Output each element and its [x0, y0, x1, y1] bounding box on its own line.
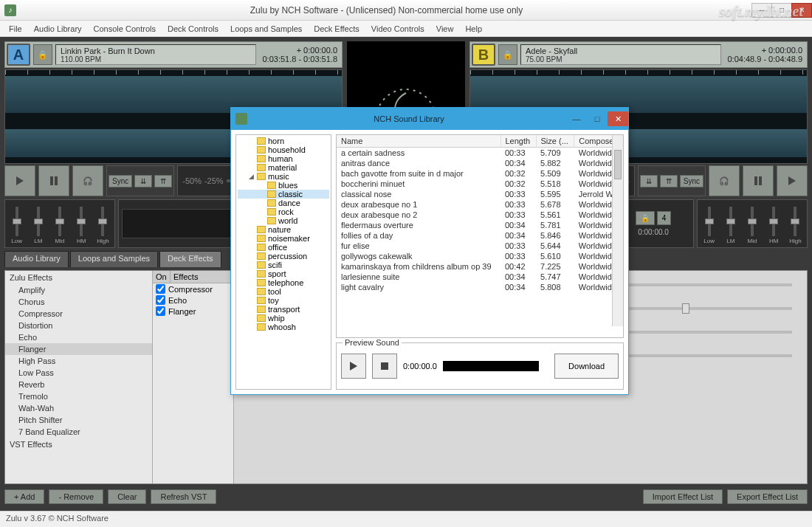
deck-b-bend-up[interactable]: ⇈ — [660, 175, 678, 187]
lock-icon[interactable]: 🔒 — [636, 211, 655, 225]
maximize-button[interactable]: □ — [771, 3, 792, 18]
effect-item-amplify[interactable]: Amplify — [5, 284, 152, 296]
deck-b-pause-button[interactable] — [743, 165, 774, 196]
eq-mid[interactable]: Mid — [51, 207, 68, 244]
table-row[interactable]: deux arabesque no 100:335.678Worldwid — [337, 199, 623, 210]
effect-item-chorus[interactable]: Chorus — [5, 296, 152, 308]
table-row[interactable]: fur elise00:335.644Worldwid — [337, 241, 623, 251]
dialog-close-button[interactable]: ✕ — [608, 111, 628, 126]
refresh-vst-button[interactable]: Refresh VST — [151, 489, 216, 504]
download-button[interactable]: Download — [554, 354, 619, 379]
export-effect-list-button[interactable]: Export Effect List — [727, 489, 808, 504]
eq-lm[interactable]: LM — [30, 207, 47, 244]
tree-node-material[interactable]: material — [238, 163, 329, 172]
tree-node-classic[interactable]: classic — [238, 190, 329, 199]
chain-checkbox[interactable] — [156, 295, 165, 305]
eq-low[interactable]: Low — [8, 207, 25, 244]
effect-item-distortion[interactable]: Distortion — [5, 320, 152, 331]
preview-play-button[interactable] — [341, 354, 366, 379]
menu-audio-library[interactable]: Audio Library — [28, 23, 88, 35]
tree-node-world[interactable]: world — [238, 216, 329, 225]
table-row[interactable]: larlesienne suite00:345.747Worldwid — [337, 272, 623, 282]
close-button[interactable]: ✕ — [791, 3, 812, 18]
deck-b-cue-button[interactable]: 🎧 — [709, 165, 740, 196]
menu-deck-effects[interactable]: Deck Effects — [308, 23, 365, 35]
chain-row[interactable]: Compressor — [153, 283, 233, 294]
menu-loops-samples[interactable]: Loops and Samples — [224, 23, 308, 35]
effect-item-flanger[interactable]: Flanger — [5, 343, 152, 355]
deck-a-sync-button[interactable]: Sync — [109, 175, 132, 187]
eq-high[interactable]: High — [94, 207, 111, 244]
effect-item-tremolo[interactable]: Tremolo — [5, 390, 152, 402]
minimize-button[interactable]: — — [751, 3, 772, 18]
clear-button[interactable]: Clear — [108, 489, 146, 504]
add-button[interactable]: + Add — [4, 489, 44, 504]
tree-node-rock[interactable]: rock — [238, 207, 329, 216]
menu-file[interactable]: File — [3, 23, 28, 35]
chain-checkbox[interactable] — [156, 306, 165, 316]
menu-help[interactable]: Help — [459, 23, 488, 35]
preview-progress[interactable] — [443, 361, 539, 371]
table-row[interactable]: deux arabesque no 200:335.561Worldwid — [337, 210, 623, 220]
tree-node-nature[interactable]: nature — [238, 225, 329, 234]
tree-node-telephone[interactable]: telephone — [238, 278, 329, 287]
col-header[interactable]: Length — [500, 135, 536, 148]
tab-deck-effects[interactable]: Deck Effects — [159, 251, 221, 267]
table-row[interactable]: a certain sadness00:335.709Worldwid — [337, 148, 623, 159]
chain-row[interactable]: Echo — [153, 294, 233, 306]
tree-node-household[interactable]: household — [238, 145, 329, 154]
tree-node-scifi[interactable]: scifi — [238, 261, 329, 269]
table-row[interactable]: light cavalry00:345.808Worldwid — [337, 282, 623, 292]
deck-a-cue-button[interactable]: 🎧 — [72, 165, 103, 196]
chain-checkbox[interactable] — [156, 284, 165, 294]
tree-node-transport[interactable]: transport — [238, 305, 329, 314]
tree-node-percussion[interactable]: percussion — [238, 252, 329, 261]
tree-node-office[interactable]: office — [238, 243, 329, 252]
deck-a-load-icon[interactable]: 🔒 — [33, 44, 52, 65]
table-row[interactable]: anitras dance00:345.882Worldwid — [337, 158, 623, 168]
effect-item-reverb[interactable]: Reverb — [5, 379, 152, 390]
tree-node-noisemaker[interactable]: noisemaker — [238, 234, 329, 243]
tree-node-human[interactable]: human — [238, 154, 329, 163]
eq-hm[interactable]: HM — [73, 207, 90, 244]
effect-item-low-pass[interactable]: Low Pass — [5, 367, 152, 379]
deck-b-play-button[interactable] — [777, 165, 808, 196]
table-row[interactable]: kamarinskaya from childrens album op 390… — [337, 261, 623, 272]
table-row[interactable]: fledermaus overture00:345.781Worldwid — [337, 220, 623, 230]
col-header[interactable]: Name — [337, 135, 500, 148]
deck-a-bend-up[interactable]: ⇈ — [154, 175, 172, 187]
menu-view[interactable]: View — [430, 23, 460, 35]
dialog-maximize-button[interactable]: □ — [587, 111, 608, 126]
menu-console-controls[interactable]: Console Controls — [88, 23, 162, 35]
beat-count[interactable]: 4 — [657, 211, 672, 225]
effect-item-7-band-equalizer[interactable]: 7 Band Equalizer — [5, 426, 152, 438]
import-effect-list-button[interactable]: Import Effect List — [643, 489, 723, 504]
dialog-titlebar[interactable]: NCH Sound Library — □ ✕ — [231, 108, 628, 130]
tree-node-music[interactable]: ◢music — [238, 172, 329, 181]
deck-a-play-button[interactable] — [4, 165, 35, 196]
table-row[interactable]: follies of a day00:345.846Worldwid — [337, 230, 623, 241]
tree-node-toy[interactable]: toy — [238, 296, 329, 305]
effect-item-compressor[interactable]: Compressor — [5, 308, 152, 320]
tree-node-blues[interactable]: blues — [238, 181, 329, 190]
deck-b-bend-down[interactable]: ⇊ — [640, 175, 658, 187]
deck-b-sync-button[interactable]: Sync — [680, 175, 703, 187]
deck-a-bend-down[interactable]: ⇊ — [134, 175, 152, 187]
table-row[interactable]: gollywogs cakewalk00:335.610Worldwid — [337, 251, 623, 261]
tree-node-sport[interactable]: sport — [238, 269, 329, 278]
effect-item-high-pass[interactable]: High Pass — [5, 355, 152, 367]
tree-node-tool[interactable]: tool — [238, 287, 329, 296]
effect-item-pitch-shifter[interactable]: Pitch Shifter — [5, 414, 152, 426]
dialog-minimize-button[interactable]: — — [566, 111, 587, 126]
category-tree[interactable]: hornhouseholdhumanmaterial◢musicbluescla… — [235, 134, 331, 390]
tree-node-whoosh[interactable]: whoosh — [238, 323, 329, 331]
remove-button[interactable]: - Remove — [49, 489, 103, 504]
tree-node-whip[interactable]: whip — [238, 314, 329, 323]
tree-node-horn[interactable]: horn — [238, 137, 329, 145]
tree-node-dance[interactable]: dance — [238, 199, 329, 207]
menu-video-controls[interactable]: Video Controls — [365, 23, 430, 35]
table-row[interactable]: classical nose00:335.595Jerrold W — [337, 189, 623, 199]
effect-item-echo[interactable]: Echo — [5, 331, 152, 343]
chain-row[interactable]: Flanger — [153, 306, 233, 317]
table-row[interactable]: boccherini minuet00:325.518Worldwid — [337, 179, 623, 189]
